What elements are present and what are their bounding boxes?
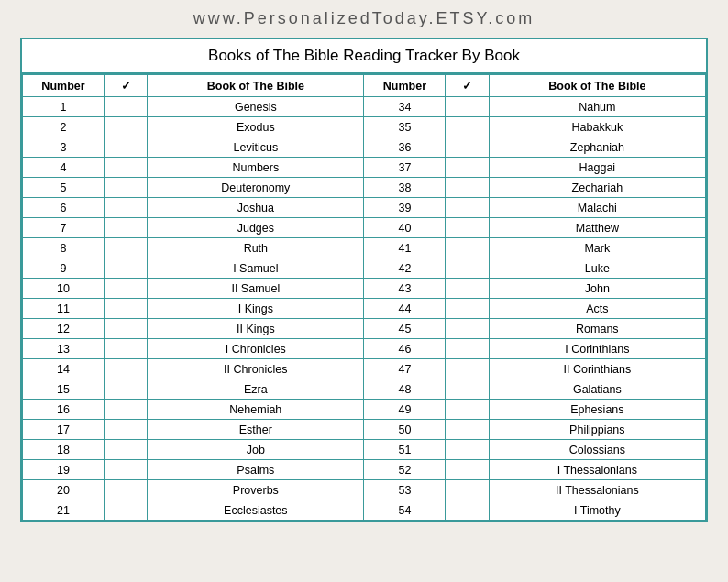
left-number: 15	[23, 379, 105, 400]
col-header-book-right: Book of The Bible	[489, 75, 705, 97]
left-check[interactable]	[104, 460, 147, 480]
right-check[interactable]	[446, 420, 489, 440]
right-check[interactable]	[446, 339, 489, 359]
table-row: 16 Nehemiah 49 Ephesians	[23, 400, 706, 420]
table-row: 5 Deuteronomy 38 Zechariah	[23, 178, 706, 198]
right-number: 37	[364, 158, 446, 178]
left-check[interactable]	[104, 299, 147, 319]
right-number: 42	[364, 258, 446, 279]
left-book: I Kings	[148, 299, 364, 319]
left-check[interactable]	[104, 379, 147, 400]
left-check[interactable]	[104, 339, 147, 359]
left-check[interactable]	[104, 158, 147, 178]
left-check[interactable]	[104, 480, 147, 500]
right-check[interactable]	[446, 460, 489, 480]
col-header-book-left: Book of The Bible	[148, 75, 364, 97]
right-check[interactable]	[446, 97, 489, 117]
left-check[interactable]	[104, 420, 147, 440]
right-check[interactable]	[446, 178, 489, 198]
website-header: www.PersonalizedToday.ETSY.com	[193, 9, 535, 28]
table-row: 13 I Chronicles 46 I Corinthians	[23, 339, 706, 359]
table-row: 14 II Chronicles 47 II Corinthians	[23, 359, 706, 379]
left-number: 12	[23, 319, 105, 339]
left-check[interactable]	[104, 319, 147, 339]
left-check[interactable]	[104, 137, 147, 158]
left-check[interactable]	[104, 198, 147, 218]
left-book: Psalms	[148, 460, 364, 480]
right-check[interactable]	[446, 117, 489, 137]
right-check[interactable]	[446, 279, 489, 299]
left-check[interactable]	[104, 500, 147, 521]
right-book: Galatians	[489, 379, 705, 400]
left-check[interactable]	[104, 440, 147, 460]
right-number: 44	[364, 299, 446, 319]
right-check[interactable]	[446, 218, 489, 238]
right-check[interactable]	[446, 198, 489, 218]
left-number: 9	[23, 258, 105, 279]
table-row: 21 Ecclesiastes 54 I Timothy	[23, 500, 706, 521]
right-book: II Thessalonians	[489, 480, 705, 500]
left-book: Nehemiah	[148, 400, 364, 420]
right-check[interactable]	[446, 137, 489, 158]
right-book: I Timothy	[489, 500, 705, 521]
right-check[interactable]	[446, 400, 489, 420]
right-book: I Thessalonians	[489, 460, 705, 480]
right-book: Colossians	[489, 440, 705, 460]
left-number: 13	[23, 339, 105, 359]
left-book: Ruth	[148, 238, 364, 258]
left-check[interactable]	[104, 359, 147, 379]
right-check[interactable]	[446, 258, 489, 279]
left-check[interactable]	[104, 97, 147, 117]
right-number: 45	[364, 319, 446, 339]
right-book: Zechariah	[489, 178, 705, 198]
left-number: 5	[23, 178, 105, 198]
left-number: 16	[23, 400, 105, 420]
left-check[interactable]	[104, 258, 147, 279]
left-book: Esther	[148, 420, 364, 440]
left-book: Exodus	[148, 117, 364, 137]
table-row: 11 I Kings 44 Acts	[23, 299, 706, 319]
left-number: 3	[23, 137, 105, 158]
table-row: 7 Judges 40 Matthew	[23, 218, 706, 238]
left-book: II Kings	[148, 319, 364, 339]
right-book: Romans	[489, 319, 705, 339]
left-check[interactable]	[104, 279, 147, 299]
left-check[interactable]	[104, 218, 147, 238]
left-number: 6	[23, 198, 105, 218]
right-check[interactable]	[446, 319, 489, 339]
right-book: II Corinthians	[489, 359, 705, 379]
right-check[interactable]	[446, 440, 489, 460]
right-number: 51	[364, 440, 446, 460]
right-number: 50	[364, 420, 446, 440]
right-check[interactable]	[446, 379, 489, 400]
left-book: Ecclesiastes	[148, 500, 364, 521]
left-number: 8	[23, 238, 105, 258]
col-header-check-right: ✓	[446, 75, 489, 97]
right-check[interactable]	[446, 158, 489, 178]
right-check[interactable]	[446, 299, 489, 319]
left-check[interactable]	[104, 117, 147, 137]
left-book: II Chronicles	[148, 359, 364, 379]
left-check[interactable]	[104, 238, 147, 258]
left-book: Ezra	[148, 379, 364, 400]
right-check[interactable]	[446, 359, 489, 379]
right-check[interactable]	[446, 500, 489, 521]
col-header-check-left: ✓	[104, 75, 147, 97]
right-book: Ephesians	[489, 400, 705, 420]
left-check[interactable]	[104, 178, 147, 198]
left-number: 19	[23, 460, 105, 480]
left-book: Joshua	[148, 198, 364, 218]
tracker-container: Books of The Bible Reading Tracker By Bo…	[20, 38, 708, 522]
table-row: 4 Numbers 37 Haggai	[23, 158, 706, 178]
right-check[interactable]	[446, 238, 489, 258]
left-check[interactable]	[104, 400, 147, 420]
right-check[interactable]	[446, 480, 489, 500]
right-book: Malachi	[489, 198, 705, 218]
right-book: Philippians	[489, 420, 705, 440]
right-number: 38	[364, 178, 446, 198]
left-number: 20	[23, 480, 105, 500]
table-row: 18 Job 51 Colossians	[23, 440, 706, 460]
right-number: 40	[364, 218, 446, 238]
left-book: Numbers	[148, 158, 364, 178]
left-number: 10	[23, 279, 105, 299]
